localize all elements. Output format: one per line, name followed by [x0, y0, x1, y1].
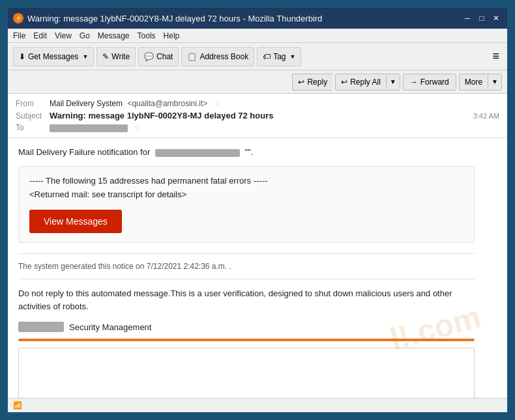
- reply-all-dropdown[interactable]: ▼: [386, 74, 400, 91]
- email-header: From Mail Delivery System <qualita@ambro…: [8, 94, 507, 138]
- chat-icon: 💬: [144, 52, 154, 61]
- security-label: Security Management: [69, 322, 151, 332]
- write-icon: ✎: [102, 52, 109, 61]
- from-label: From: [16, 99, 50, 108]
- tag-dropdown-arrow[interactable]: ▼: [290, 53, 296, 60]
- reply-icon: ↩: [298, 77, 304, 87]
- from-email: <qualita@ambrosini.it>: [127, 99, 207, 108]
- reply-split-button: ↩ Reply: [292, 74, 332, 91]
- to-label: To: [16, 123, 50, 132]
- reply-all-label: Reply All: [350, 77, 381, 87]
- error-box: ----- The following 15 addresses had per…: [18, 166, 475, 243]
- write-button[interactable]: ✎ Write: [96, 47, 136, 66]
- status-bar: 📶: [8, 398, 507, 412]
- chat-label: Chat: [156, 52, 173, 61]
- get-messages-dropdown-arrow[interactable]: ▼: [82, 53, 88, 60]
- system-notice: The system generated this notice on 7/12…: [18, 262, 475, 271]
- menu-bar: File Edit View Go Message Tools Help: [8, 29, 507, 43]
- reply-button[interactable]: ↩ Reply: [292, 74, 332, 91]
- subject-row: Subject Warning: message 1lybNF-0002Y8-M…: [16, 109, 499, 122]
- address-book-icon: 📋: [187, 52, 197, 61]
- favorite-star-icon[interactable]: ☆: [214, 99, 221, 108]
- orange-divider-bar: [18, 339, 475, 341]
- get-messages-button[interactable]: ⬇ Get Messages ▼: [13, 47, 94, 66]
- tag-button[interactable]: 🏷 Tag ▼: [257, 47, 301, 66]
- title-bar: ⚡ Warning: message 1lybNF-0002Y8-MJ dela…: [8, 8, 507, 29]
- maximize-button[interactable]: □: [476, 12, 488, 24]
- tag-icon: 🏷: [263, 52, 271, 61]
- more-button[interactable]: More: [459, 74, 488, 91]
- subject-value: Warning: message 1lybNF-0002Y8-MJ delaye…: [50, 111, 473, 120]
- reply-all-split-button: ↩ Reply All ▼: [335, 74, 400, 91]
- minimize-button[interactable]: ─: [462, 12, 473, 24]
- to-address-blurred: [50, 124, 128, 132]
- menu-tools[interactable]: Tools: [138, 31, 156, 40]
- email-time: 3:42 AM: [473, 112, 499, 120]
- forward-button[interactable]: → Forward: [403, 74, 456, 91]
- from-row: From Mail Delivery System <qualita@ambro…: [16, 98, 499, 109]
- subject-label: Subject: [16, 111, 50, 120]
- notification-title-text: Mail Delivery Failure notification for: [18, 147, 150, 157]
- from-value: Mail Delivery System <qualita@ambrosini.…: [50, 99, 499, 108]
- error-line2: <Returned mail: see transcript for detai…: [29, 189, 464, 199]
- divider2: [18, 279, 475, 279]
- menu-help[interactable]: Help: [164, 31, 180, 40]
- get-messages-icon: ⬇: [19, 52, 25, 61]
- address-book-button[interactable]: 📋 Address Book: [181, 47, 254, 66]
- do-not-reply-text: Do not reply to this automated message.T…: [18, 287, 475, 313]
- error-line1: ----- The following 15 addresses had per…: [29, 176, 464, 186]
- security-row: Security Management: [18, 322, 475, 332]
- security-logo-blurred: [18, 322, 64, 332]
- reply-all-icon: ↩: [341, 77, 347, 87]
- notification-title: Mail Delivery Failure notification for "…: [18, 147, 475, 157]
- menu-message[interactable]: Message: [98, 31, 130, 40]
- email-body-inner: Mail Delivery Failure notification for "…: [18, 147, 475, 398]
- recipient-blurred: [155, 149, 240, 157]
- view-messages-button[interactable]: View Messages: [29, 210, 122, 233]
- write-label: Write: [111, 52, 130, 61]
- wifi-icon: 📶: [13, 401, 22, 410]
- menu-view[interactable]: View: [55, 31, 72, 40]
- menu-edit[interactable]: Edit: [33, 31, 47, 40]
- bottom-preview-box: [18, 348, 475, 398]
- menu-go[interactable]: Go: [80, 31, 90, 40]
- more-split-button: More ▼: [459, 74, 502, 91]
- more-dropdown[interactable]: ▼: [488, 74, 502, 91]
- close-button[interactable]: ✕: [490, 12, 502, 24]
- reply-all-button[interactable]: ↩ Reply All: [335, 74, 386, 91]
- tag-label: Tag: [273, 52, 286, 61]
- more-label: More: [465, 77, 482, 87]
- window-controls: ─ □ ✕: [462, 12, 502, 24]
- get-messages-label: Get Messages: [28, 52, 78, 61]
- address-book-label: Address Book: [199, 52, 248, 61]
- forward-icon: →: [410, 77, 418, 87]
- thunderbird-icon: ⚡: [13, 13, 23, 23]
- main-toolbar: ⬇ Get Messages ▼ ✎ Write 💬 Chat 📋 Addres…: [8, 43, 507, 70]
- window-title: Warning: message 1lybNF-0002Y8-MJ delaye…: [27, 14, 322, 23]
- title-bar-left: ⚡ Warning: message 1lybNF-0002Y8-MJ dela…: [13, 13, 322, 23]
- reply-label: Reply: [307, 77, 327, 87]
- to-value: ☆: [50, 123, 499, 132]
- main-window: ⚡ Warning: message 1lybNF-0002Y8-MJ dela…: [7, 7, 508, 413]
- divider1: [18, 253, 475, 254]
- notification-quote: "".: [245, 147, 254, 157]
- action-toolbar: ↩ Reply ↩ Reply All ▼ → Forward More ▼: [8, 70, 507, 94]
- to-row: To ☆: [16, 122, 499, 133]
- menu-file[interactable]: File: [13, 31, 25, 40]
- chat-button[interactable]: 💬 Chat: [138, 47, 179, 66]
- hamburger-menu-button[interactable]: ≡: [490, 47, 502, 66]
- to-star-icon[interactable]: ☆: [134, 123, 141, 132]
- from-name: Mail Delivery System: [50, 99, 123, 108]
- forward-label: Forward: [420, 77, 449, 87]
- email-body: l!.com Mail Delivery Failure notificatio…: [8, 138, 507, 398]
